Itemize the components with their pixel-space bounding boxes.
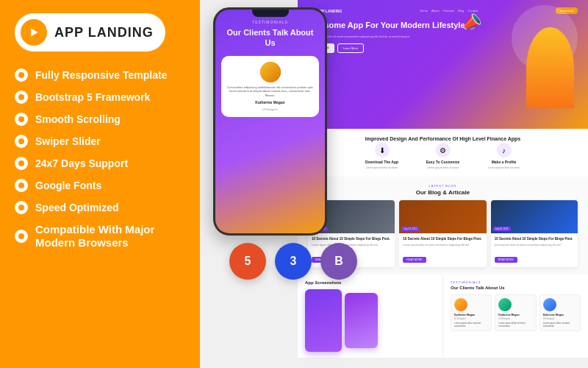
step-download: ⬇ Download The App Lorem ipsum dolor sit… [354, 143, 409, 169]
preview-hero: APP LANDING Home About Features Blog Con… [298, 0, 588, 129]
blog-card-body: 10 Secrets About 10 Simple Steps For Blo… [399, 233, 486, 267]
nav-link-features[interactable]: Features [443, 9, 455, 13]
hero-secondary-button[interactable]: Learn More [337, 43, 364, 53]
preview-blog-header: LATEST BLOG Our Blog & Articale [308, 184, 578, 196]
logo-icon [21, 19, 47, 46]
preview-how: Improved Design And Performance Of High … [298, 129, 588, 177]
nav-link-blog[interactable]: Blog [458, 9, 464, 13]
step-desc: Lorem ipsum dolor sit amet [488, 166, 519, 169]
screenshot-1 [305, 289, 342, 352]
preview-hero-content: Awesome App For Your Modern Lifestyle Lo… [308, 20, 578, 108]
feature-label: Google Fonts [35, 180, 101, 192]
preview-steps: ⬇ Download The App Lorem ipsum dolor sit… [308, 143, 578, 169]
feature-label: Swiper Slider [35, 135, 101, 148]
feature-item-browsers: Compatible With Major Modern Browsers [15, 219, 185, 253]
phone-review-text: Consectetur adipiscing sed/dalorores eli… [227, 85, 313, 98]
test-text: Lorem ipsum dolor sit amet consectetur [543, 322, 577, 328]
html5-badge: 5 [229, 243, 266, 280]
app-title: APP LANDING [54, 25, 154, 40]
preview-testimonials-bottom: TESTIMONIALS Our Clients Talk About Us K… [442, 275, 588, 358]
download-icon: ⬇ [375, 143, 390, 158]
feature-label: Fully Responsive Template [35, 69, 167, 82]
css3-badge: 3 [275, 243, 312, 280]
test-text: Lorem ipsum dolor sit amet consectetur [454, 322, 488, 328]
website-preview: APP LANDING Home About Features Blog Con… [298, 0, 588, 368]
test-title: Our Clients Talk About Us [451, 286, 581, 290]
hero-person [526, 27, 574, 108]
how-title: Improved Design And Performance Of High … [308, 136, 578, 141]
blog-card-desc: Lorem ipsum dolor sit amet consectetur a… [403, 244, 482, 247]
blog-title: Our Blog & Articale [416, 189, 470, 196]
test-card-3: Katherine Megan UI Designer Lorem ipsum … [539, 294, 581, 331]
feature-label: Speed Optimized [35, 202, 119, 214]
test-avatar-2 [498, 298, 512, 311]
nav-link-about[interactable]: About [431, 9, 439, 13]
blog-card-desc: Lorem ipsum dolor sit amet consectetur a… [495, 244, 574, 247]
feature-label: Bootstrap 5 Framework [35, 91, 150, 104]
test-name: Katherine Megan [543, 314, 577, 316]
bootstrap-badge: B [320, 243, 357, 280]
screenshots-title: App Screenshots [305, 280, 435, 285]
test-role: UI Designer [498, 317, 532, 320]
preview-nav-links: Home About Features Blog Contact [420, 9, 478, 13]
bullet-icon [15, 113, 28, 126]
phone-mockup: TESTIMONIALS Our Clients Talk About Us C… [213, 7, 327, 236]
step-title: Download The App [365, 160, 398, 164]
testimonial-cards-row: Katherine Megan UI Designer Lorem ipsum … [451, 294, 581, 331]
screenshot-2 [345, 293, 378, 348]
test-role: UI Designer [543, 317, 577, 320]
phone-testimonial-card: Consectetur adipiscing sed/dalorores eli… [221, 56, 319, 118]
feature-label: 24x7 Days Support [35, 158, 128, 170]
feature-item-support: 24x7 Days Support [15, 153, 185, 174]
test-avatar-1 [454, 298, 467, 311]
nav-link-home[interactable]: Home [420, 9, 428, 13]
bullet-icon [15, 230, 28, 243]
logo-area: APP LANDING [15, 13, 165, 52]
test-tag: TESTIMONIALS [451, 280, 581, 284]
right-panel: TESTIMONIALS Our Clients Talk About Us C… [200, 0, 588, 368]
step-customize: ⚙ Easy To Customize Lorem ipsum dolor si… [415, 143, 470, 169]
blog-card-body: 10 Secrets About 10 Simple Steps For Blo… [491, 233, 578, 267]
feature-item-speed: Speed Optimized [15, 197, 185, 218]
feature-item-fonts: Google Fonts [15, 175, 185, 196]
test-card-2: Katherine Megan UI Designer Lorem ipsum … [495, 294, 536, 331]
blog-card-3: July 25, 2021 10 Secrets About 10 Simple… [491, 200, 578, 267]
step-profile: ♪ Make a Profile Lorem ipsum dolor sit a… [476, 143, 531, 169]
blog-card-image-2: July 23, 2021 [399, 200, 486, 233]
feature-item-swiper: Swiper Slider [15, 131, 185, 152]
screenshots-row [305, 289, 435, 352]
step-desc: Lorem ipsum dolor sit amet [366, 166, 397, 169]
blog-card-2: July 23, 2021 10 Secrets About 10 Simple… [399, 200, 486, 267]
blog-card-title: 10 Secrets About 10 Simple Steps For Blo… [495, 237, 574, 241]
preview-hero-subtitle: Lorem ipsum dolor sit amet consectetur a… [308, 35, 513, 39]
test-card-1: Katherine Megan UI Designer Lorem ipsum … [451, 294, 492, 331]
bullet-icon [15, 179, 28, 192]
phone-reviewer-role: UI Designer [262, 107, 278, 111]
test-text: Lorem ipsum dolor sit amet consectetur [498, 322, 532, 328]
phone-screen: TESTIMONIALS Our Clients Talk About Us C… [215, 10, 325, 233]
test-name: Katherine Megan [454, 314, 488, 316]
blog-card-title: 10 Secrets About 10 Simple Steps For Blo… [403, 237, 482, 241]
phone-avatar [260, 62, 281, 82]
phone-section-label: TESTIMONIALS [252, 20, 288, 24]
test-role: UI Designer [454, 317, 488, 320]
step-desc: Lorem ipsum dolor sit amet [427, 166, 458, 169]
phone-headline: Our Clients Talk About Us [221, 27, 319, 49]
feature-label: Compatible With Major Modern Browsers [35, 223, 185, 250]
blog-read-more-button[interactable]: READ MORE [403, 257, 426, 263]
preview-screenshots: App Screenshots [298, 275, 442, 358]
profile-icon: ♪ [497, 143, 512, 158]
blog-read-more-button[interactable]: READ MORE [495, 257, 517, 263]
bullet-icon [15, 135, 28, 148]
blog-date: July 23, 2021 [401, 227, 419, 231]
feature-item-scrolling: Smooth Scrolling [15, 109, 185, 130]
left-panel: APP LANDING Fully Responsive Template Bo… [0, 0, 200, 368]
feature-label: Smooth Scrolling [35, 113, 121, 126]
preview-bottom: App Screenshots TESTIMONIALS Our Clients… [298, 275, 588, 358]
bullet-icon [15, 157, 28, 170]
preview-hero-image [519, 20, 578, 108]
tech-badges: 5 3 B [229, 243, 357, 280]
test-avatar-3 [543, 298, 556, 311]
feature-item-responsive: Fully Responsive Template [15, 65, 185, 85]
phone-notch [252, 10, 289, 17]
